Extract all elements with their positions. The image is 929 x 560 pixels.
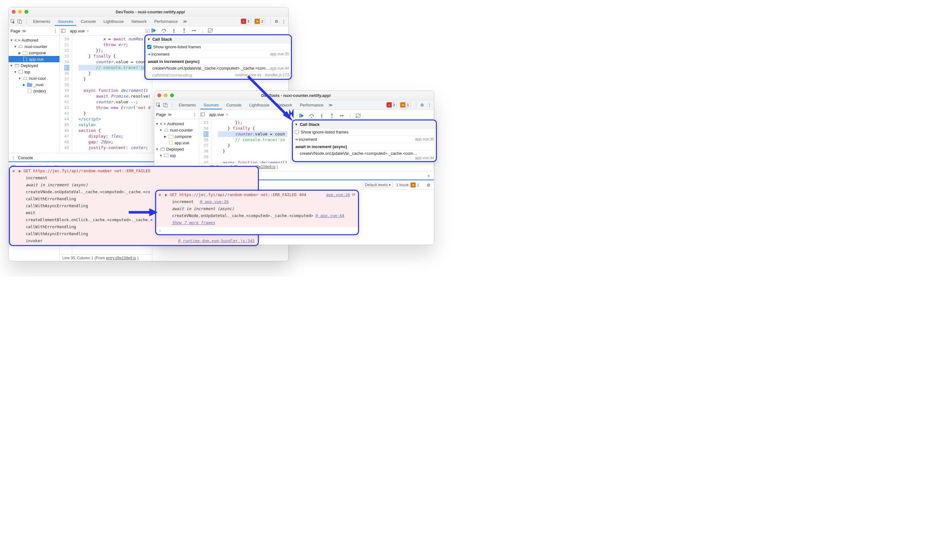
tree-authored-section[interactable]: ▼< >Authored	[9, 37, 60, 43]
navigator-more-chevrons[interactable]: ≫	[22, 29, 26, 34]
tree-item[interactable]: ▼top	[154, 152, 199, 159]
tree-item[interactable]: ▶compone	[9, 50, 60, 56]
device-toolbar-icon[interactable]	[163, 103, 169, 107]
show-ignore-listed-checkbox[interactable]	[295, 130, 299, 134]
tab-network[interactable]: Network	[128, 17, 150, 26]
warning-count-badge[interactable]: ⚑1	[400, 102, 411, 108]
minimize-window-dot[interactable]	[164, 93, 167, 97]
tab-elements[interactable]: Elements	[175, 101, 199, 109]
more-panels-chevrons[interactable]: ≫	[328, 103, 334, 107]
file-tab-active[interactable]: app.vue×	[207, 112, 230, 117]
call-stack-frame[interactable]: incrementapp.vue:35	[145, 50, 291, 58]
show-ignore-listed-checkbox[interactable]	[147, 45, 151, 49]
svg-point-21	[163, 32, 164, 33]
navigator-tab-page[interactable]: Page	[11, 29, 20, 34]
tab-lighthouse[interactable]: Lighthouse	[100, 17, 127, 26]
debugger-resume-icon[interactable]	[151, 28, 156, 33]
tree-item[interactable]: ▶compone	[154, 133, 199, 139]
console-stack-source-link[interactable]: @ app.vue:26	[200, 199, 228, 204]
console-stack-frame[interactable]: increment	[10, 174, 258, 182]
error-count-badge[interactable]: ✕3	[241, 18, 251, 24]
more-panels-chevrons[interactable]: ≫	[182, 19, 188, 24]
error-count-badge[interactable]: ✕2	[386, 102, 397, 108]
console-stack-source-link[interactable]: @ app.vue:44	[316, 213, 344, 218]
tree-item[interactable]: (index)	[9, 88, 60, 94]
debugger-step-over-icon[interactable]	[309, 113, 314, 118]
tree-item[interactable]: ▼top	[9, 69, 60, 75]
status-source-link[interactable]: entry.d9e108e9.js	[106, 256, 136, 260]
debugger-deactivate-breakpoints-icon[interactable]	[356, 113, 362, 118]
svg-point-30	[311, 117, 312, 118]
minimize-window-dot[interactable]	[18, 10, 22, 14]
debugger-step-into-icon[interactable]	[172, 28, 176, 33]
close-file-tab-icon[interactable]: ×	[86, 29, 89, 34]
replay-xhr-icon[interactable]: ⟳	[352, 191, 356, 198]
console-source-link[interactable]: app.vue:26	[326, 191, 350, 198]
drawer-options-kebab[interactable]: ⋮	[11, 155, 15, 160]
toggle-navigator-icon[interactable]	[61, 29, 67, 33]
console-error-line[interactable]: ⊗▶ GET https://jec.fyi/api/random-number…	[10, 167, 258, 174]
close-drawer-icon[interactable]: ×	[426, 173, 431, 178]
tab-performance[interactable]: Performance	[297, 101, 327, 109]
tree-item-active-file[interactable]: app.vue	[9, 56, 60, 62]
close-file-tab-icon[interactable]: ×	[226, 112, 228, 117]
tree-deployed-section[interactable]: ▼Deployed	[154, 146, 199, 152]
debugger-step-out-icon[interactable]	[182, 28, 187, 33]
tree-authored-section[interactable]: ▼< >Authored	[154, 121, 199, 127]
console-stack-frame[interactable]: increment@ app.vue:26	[156, 198, 358, 205]
tree-item[interactable]: ▼nuxi-counter	[9, 43, 60, 50]
console-stack-frame[interactable]: createVNode.onUpdateVal._cache.<computed…	[156, 212, 358, 219]
debugger-step-out-icon[interactable]	[330, 113, 334, 118]
zoom-window-dot[interactable]	[170, 93, 174, 97]
tree-deployed-section[interactable]: ▼Deployed	[9, 62, 60, 69]
console-stack-frame[interactable]: invoker@ runtime-dom.esm-bundler.js:345	[10, 237, 258, 245]
navigator-options-kebab[interactable]: ⋮	[54, 29, 58, 34]
debugger-resume-icon[interactable]	[299, 113, 304, 118]
tab-elements[interactable]: Elements	[30, 17, 54, 26]
navigator-tab-page[interactable]: Page	[156, 112, 166, 117]
tab-sources[interactable]: Sources	[200, 101, 222, 109]
debugger-step-icon[interactable]	[192, 28, 197, 33]
console-stack-source-link[interactable]: @ runtime-dom.esm-bundler.js:345	[178, 239, 254, 243]
tree-item[interactable]: app.vue	[154, 139, 199, 146]
tree-item[interactable]: ▼nuxi-cour	[9, 75, 60, 81]
log-levels-selector[interactable]: Default levels ▾	[363, 182, 393, 188]
issues-indicator[interactable]: 1 Issue: ⚑1	[396, 182, 423, 188]
call-stack-async-boundary: await in increment (async)	[293, 143, 436, 150]
tab-sources[interactable]: Sources	[55, 17, 76, 26]
debugger-step-into-icon[interactable]	[319, 113, 324, 118]
toggle-navigator-icon[interactable]	[200, 112, 206, 117]
navigator-options-kebab[interactable]: ⋮	[193, 112, 197, 117]
console-settings-gear-icon[interactable]: ⚙	[426, 183, 431, 188]
debugger-step-over-icon[interactable]	[161, 28, 166, 33]
call-stack-frame[interactable]: createVNode.onUpdateVal._cache.<computed…	[145, 65, 291, 72]
file-tab-active[interactable]: app.vue×	[68, 29, 91, 34]
tab-console[interactable]: Console	[78, 17, 99, 26]
editor-status-bar: Line 35, Column 1 (From entry.d9e108e9.j…	[60, 254, 152, 261]
tree-item[interactable]: ▶_nuxt	[9, 81, 60, 88]
debugger-step-icon[interactable]	[340, 113, 345, 118]
navigator-more-chevrons[interactable]: ≫	[167, 112, 172, 117]
close-window-dot[interactable]	[157, 93, 161, 97]
tab-console[interactable]: Console	[223, 101, 245, 109]
svg-line-37	[356, 114, 361, 118]
tree-item[interactable]: ▼nuxi-counter	[154, 127, 199, 133]
close-window-dot[interactable]	[12, 10, 15, 14]
more-options-kebab-icon[interactable]: ⋮	[281, 19, 287, 24]
debugger-deactivate-breakpoints-icon[interactable]	[208, 28, 214, 33]
call-stack-async-boundary: await in increment (async)	[145, 58, 291, 65]
inspect-element-icon[interactable]	[156, 103, 162, 107]
svg-rect-15	[164, 154, 168, 157]
device-toolbar-icon[interactable]	[17, 19, 23, 24]
call-stack-frame[interactable]: incrementapp.vue:35	[293, 136, 436, 143]
settings-gear-icon[interactable]: ⚙	[274, 19, 279, 24]
tab-performance[interactable]: Performance	[151, 17, 181, 26]
warning-count-badge[interactable]: ⚑2	[254, 18, 265, 24]
console-error-line[interactable]: ⊗ ▶ GET https://jec.fyi/api/random-numbe…	[156, 191, 358, 198]
more-options-kebab-icon[interactable]: ⋮	[426, 103, 432, 107]
call-stack-frame[interactable]: createVNode.onUpdateVal._cache.<computed…	[293, 150, 436, 161]
inspect-element-icon[interactable]	[11, 19, 16, 24]
settings-gear-icon[interactable]: ⚙	[419, 103, 425, 107]
zoom-window-dot[interactable]	[25, 10, 28, 14]
console-show-more-frames[interactable]: Show 7 more frames	[156, 219, 358, 226]
